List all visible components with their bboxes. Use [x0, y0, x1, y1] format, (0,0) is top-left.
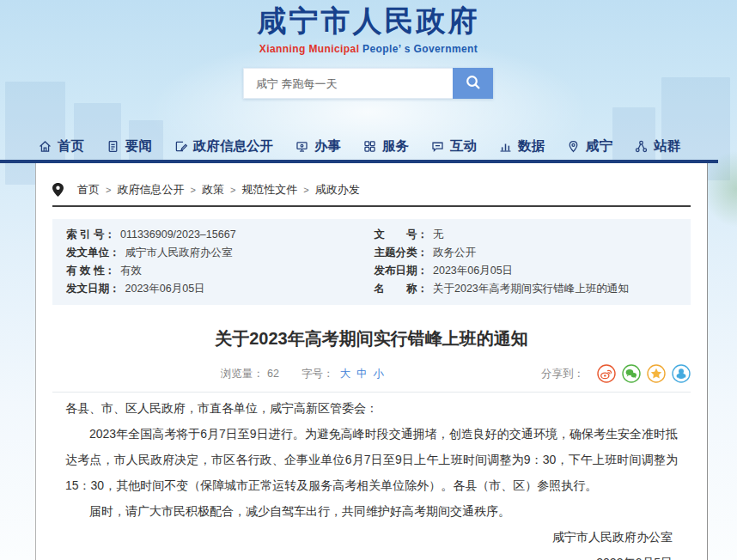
- article-title: 关于2023年高考期间实行错峰上班的通知: [36, 327, 707, 350]
- article-body: 各县、市、区人民政府，市直各单位，咸宁高新区管委会： 2023年全国高考将于6月…: [65, 395, 678, 560]
- nav-item-xianning[interactable]: 咸宁: [566, 137, 612, 155]
- qq-icon[interactable]: [672, 364, 691, 383]
- fontsize-large-button[interactable]: 大: [339, 367, 350, 381]
- monitor-icon: [295, 139, 309, 154]
- info-value: 2023年06月05日: [125, 283, 205, 295]
- main-nav: 首页 要闻 政府信息公开 办事 服务 互动 数据 咸宁 站群: [38, 133, 680, 159]
- nav-label: 站群: [654, 137, 680, 155]
- share-label: 分享到：: [541, 367, 584, 381]
- site-header: 咸宁市人民政府 Xianning Municipal People’ s Gov…: [0, 2, 737, 55]
- nav-item-service[interactable]: 服务: [362, 137, 409, 155]
- nav-item-home[interactable]: 首页: [38, 137, 84, 155]
- fontsize-medium-button[interactable]: 中: [356, 367, 368, 381]
- doc-info-left-column: 索 引 号：011336909/2023–15667 发文单位：咸宁市人民政府办…: [66, 226, 375, 298]
- breadcrumb-divider: [52, 205, 691, 207]
- doc-info-right-column: 文 号：无 主题分类：政务公开 发布日期：2023年06月05日 名 称：关于2…: [375, 226, 683, 298]
- site-subtitle: Xianning Municipal People’ s Government: [0, 43, 737, 55]
- breadcrumb: 首页 > 政府信息公开 > 政策 > 规范性文件 > 咸政办发: [52, 182, 691, 198]
- document-pen-icon: [174, 139, 188, 154]
- info-label: 发文日期：: [66, 283, 120, 295]
- wechat-icon[interactable]: [622, 364, 641, 383]
- info-label: 发布日期：: [375, 265, 429, 277]
- search-icon: [465, 74, 482, 94]
- qzone-icon[interactable]: [647, 364, 666, 383]
- nav-item-banshi[interactable]: 办事: [295, 137, 341, 155]
- nav-item-gov-info[interactable]: 政府信息公开: [174, 137, 273, 155]
- weibo-icon[interactable]: [597, 364, 616, 383]
- site-subtitle-blue: People’ s Government: [359, 43, 478, 55]
- breadcrumb-item-normative-docs[interactable]: 规范性文件: [241, 182, 297, 198]
- info-value: 政务公开: [433, 247, 476, 259]
- info-label: 主题分类：: [375, 247, 429, 259]
- breadcrumb-separator: >: [230, 185, 235, 195]
- content-panel: 首页 > 政府信息公开 > 政策 > 规范性文件 > 咸政办发 索 引 号：01…: [35, 163, 708, 560]
- share-box: 分享到：: [541, 364, 691, 383]
- info-row-index-no: 索 引 号：011336909/2023–15667: [66, 226, 375, 244]
- breadcrumb-separator: >: [106, 185, 111, 195]
- nav-label: 咸宁: [586, 137, 612, 155]
- info-label: 有 效 性：: [66, 265, 115, 277]
- sitemap-icon: [634, 139, 649, 154]
- article-paragraph-closing: 届时，请广大市民积极配合，减少自驾车出行，共同维护好高考期间交通秩序。: [65, 498, 678, 524]
- nav-label: 首页: [58, 137, 84, 155]
- info-value: 011336909/2023–15667: [120, 228, 236, 240]
- info-row-topic-category: 主题分类：政务公开: [375, 244, 683, 262]
- grid-icon: [362, 139, 377, 154]
- doc-info-box: 索 引 号：011336909/2023–15667 发文单位：咸宁市人民政府办…: [52, 219, 691, 305]
- breadcrumb-separator: >: [190, 185, 195, 195]
- nav-label: 数据: [518, 137, 545, 155]
- search-input[interactable]: [243, 68, 453, 99]
- info-value: 咸宁市人民政府办公室: [125, 247, 233, 259]
- search-button[interactable]: [453, 68, 493, 99]
- info-row-issue-date: 发文日期：2023年06月05日: [66, 280, 375, 298]
- breadcrumb-item-xzbf[interactable]: 咸政办发: [315, 182, 360, 198]
- nav-label: 办事: [314, 137, 341, 155]
- article-paragraph-greeting: 各县、市、区人民政府，市直各单位，咸宁高新区管委会：: [65, 395, 678, 421]
- info-row-validity: 有 效 性：有效: [66, 262, 375, 280]
- info-value: 无: [433, 228, 444, 240]
- article-paragraph-main: 2023年全国高考将于6月7日至9日进行。为避免高峰时段交通拥堵，创造良好的交通…: [65, 421, 678, 498]
- fontsize-label: 字号：: [302, 367, 334, 381]
- meta-divider: [52, 392, 691, 393]
- info-label: 发文单位：: [66, 247, 120, 259]
- signature-date: 2023年6月5日: [65, 550, 678, 560]
- info-label: 文 号：: [375, 228, 429, 240]
- nav-item-data[interactable]: 数据: [498, 137, 545, 155]
- nav-item-sitegroup[interactable]: 站群: [634, 137, 680, 155]
- home-icon: [38, 139, 52, 154]
- location-pin-icon: [52, 183, 64, 197]
- chat-icon: [430, 139, 445, 154]
- site-title: 咸宁市人民政府: [0, 2, 737, 41]
- info-value: 有效: [120, 265, 142, 277]
- info-row-doc-name: 名 称：关于2023年高考期间实行错峰上班的通知: [375, 280, 683, 298]
- nav-label: 服务: [382, 137, 409, 155]
- fontsize-small-button[interactable]: 小: [373, 367, 384, 381]
- info-label: 索 引 号：: [66, 228, 115, 240]
- signature-org: 咸宁市人民政府办公室: [65, 524, 678, 550]
- info-value: 2023年06月05日: [433, 265, 513, 277]
- nav-label: 互动: [450, 137, 477, 155]
- breadcrumb-item-policy[interactable]: 政策: [202, 182, 224, 198]
- info-row-issuing-unit: 发文单位：咸宁市人民政府办公室: [66, 244, 375, 262]
- breadcrumb-item-home[interactable]: 首页: [77, 182, 100, 198]
- news-icon: [106, 139, 120, 154]
- breadcrumb-separator: >: [303, 185, 308, 195]
- nav-label: 要闻: [125, 137, 152, 155]
- search-bar: [243, 68, 493, 99]
- site-subtitle-red: Xianning Municipal: [259, 43, 360, 55]
- nav-item-news[interactable]: 要闻: [106, 137, 152, 155]
- nav-item-interact[interactable]: 互动: [430, 137, 477, 155]
- views-label: 浏览量：: [221, 367, 264, 381]
- article-meta-row: 浏览量： 62 字号： 大 中 小 分享到：: [52, 364, 691, 383]
- breadcrumb-item-gov-info[interactable]: 政府信息公开: [117, 182, 184, 198]
- nav-label: 政府信息公开: [193, 137, 273, 155]
- info-value: 关于2023年高考期间实行错峰上班的通知: [433, 283, 629, 295]
- article-meta: 浏览量： 62 字号： 大 中 小: [221, 367, 384, 381]
- location-icon: [566, 139, 581, 154]
- views-count: 62: [267, 368, 279, 380]
- info-row-publish-date: 发布日期：2023年06月05日: [375, 262, 683, 280]
- info-label: 名 称：: [375, 283, 429, 295]
- bar-chart-icon: [498, 139, 513, 154]
- info-row-doc-no: 文 号：无: [375, 226, 683, 244]
